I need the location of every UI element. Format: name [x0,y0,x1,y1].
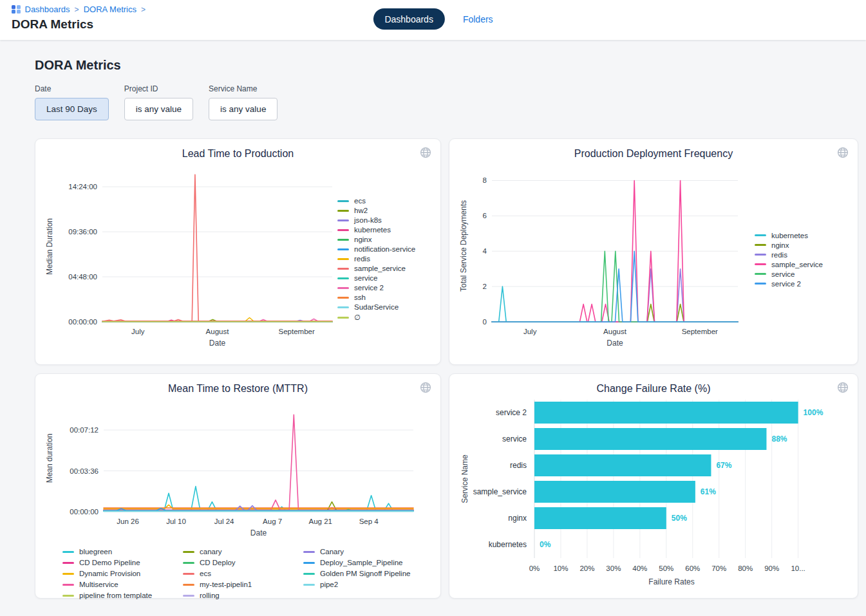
legend-item-service[interactable]: service [337,274,431,282]
legend-item-sample-service[interactable]: sample_service [755,261,849,268]
legend-label: service 2 [771,280,801,288]
globe-icon[interactable] [420,147,431,158]
legend-item-canary[interactable]: canary [183,548,303,555]
grid-square [12,10,15,14]
globe-icon[interactable] [837,147,849,158]
x-tick-label: Jul 10 [166,518,186,525]
grid-square [17,10,21,14]
deployment-frequency-svg: 02468JulyAugustSeptemberDateTotal Servic… [458,161,755,355]
legend-label: nginx [354,236,372,243]
globe-icon[interactable] [420,382,431,393]
legend-item-nginx[interactable]: nginx [755,241,849,249]
legend-item-dynamic-provision[interactable]: Dynamic Provision [62,570,183,577]
legend-item-ecs[interactable]: ecs [183,570,303,577]
tab-folders[interactable]: Folders [463,14,493,24]
legend-label: redis [354,255,370,263]
top-header: Dashboards > DORA Metrics > DORA Metrics… [0,0,866,40]
legend-item-my-test-pipelin1[interactable]: my-test-pipelin1 [183,581,303,588]
y-tick-label: 0 [483,318,487,326]
globe-icon[interactable] [837,382,849,393]
filter-service-name: Service Name is any value [209,84,278,120]
bar-redis[interactable] [534,454,711,476]
legend-item-nginx[interactable]: nginx [337,236,431,243]
legend-label: ecs [200,570,211,577]
dashboards-grid-icon [12,5,21,14]
legend-item-kubernetes[interactable]: kubernetes [755,232,849,239]
lead-time-legend: ecshw2json-k8skubernetesnginxnotificatio… [337,197,431,322]
deployment-frequency-chart: 02468JulyAugustSeptemberDateTotal Servic… [458,161,755,358]
legend-item-redis[interactable]: redis [337,255,431,263]
x-tick-label: 40% [632,565,647,572]
bar-sample-service[interactable] [534,481,695,503]
legend-item-redis[interactable]: redis [755,251,849,259]
globe-icon-svg [837,382,849,393]
legend-swatch [183,562,194,564]
chart-title: Mean Time to Restore (MTTR) [44,383,431,395]
tab-dashboards[interactable]: Dashboards [373,8,445,30]
legend-item-pipeline-from-template[interactable]: pipeline from template [62,592,183,599]
filter-date-label: Date [35,84,109,93]
bar-service[interactable] [534,428,766,450]
legend-label: rolling [200,592,220,599]
legend-item-empty-set[interactable]: ∅ [337,313,431,322]
legend-item-service-2[interactable]: service 2 [337,284,431,292]
legend-item-bluegreen[interactable]: bluegreen [62,548,183,555]
y-axis-title: Service Name [460,454,469,503]
series-line-kubernetes[interactable] [492,286,738,322]
legend-swatch [755,273,766,275]
legend-item-ecs[interactable]: ecs [337,197,431,205]
legend-item-notification-service[interactable]: notification-service [337,245,431,253]
legend-item-json-k8s[interactable]: json-k8s [337,216,431,224]
legend-item-multiservice[interactable]: Multiservice [62,581,183,588]
mttr-legend: bluegreenCD Demo PipelineDynamic Provisi… [62,548,431,599]
y-tick-label: 14:24:00 [68,183,97,191]
x-axis-title: Date [209,339,226,348]
series-line-redis[interactable] [492,269,738,322]
legend-item-service-2[interactable]: service 2 [755,280,849,288]
globe-icon-svg [420,147,431,158]
x-tick-label: Aug 7 [263,518,282,525]
y-tick-label: 00:07:12 [70,426,99,434]
legend-item-canary[interactable]: Canary [303,548,424,555]
series-line-bluegreen[interactable] [104,487,413,511]
legend-item-kubernetes[interactable]: kubernetes [337,226,431,234]
globe-icon-svg [837,147,849,158]
globe-icon-svg [420,382,431,393]
legend-item-cd-deploy[interactable]: CD Deploy [183,559,303,566]
legend-item-deploy-sample-pipeline[interactable]: Deploy_Sample_Pipeline [303,559,424,566]
legend-label: service [771,270,795,278]
series-line-multiservice[interactable] [104,415,413,510]
x-tick-label: 30% [606,565,621,572]
filter-date: Date Last 90 Days [35,84,109,120]
x-tick-label: 20% [579,565,594,572]
x-axis-title: Failure Rates [648,577,694,586]
legend-label: pipe2 [320,581,338,588]
x-tick-label: August [603,328,627,335]
filter-project-id-value[interactable]: is any value [124,98,193,120]
bar-service-2[interactable] [534,402,798,424]
legend-item-service[interactable]: service [755,270,849,278]
breadcrumb-dora-metrics[interactable]: DORA Metrics [84,5,136,14]
y-tick-label: 2 [483,283,487,290]
bar-nginx[interactable] [534,507,666,529]
legend-item-pipe2[interactable]: pipe2 [303,581,424,588]
legend-label: kubernetes [354,226,391,234]
legend-swatch [337,287,349,289]
legend-item-cd-demo-pipeline[interactable]: CD Demo Pipeline [62,559,183,566]
legend-item-sudarservice[interactable]: SudarService [337,303,431,311]
legend-swatch [62,551,74,553]
legend-item-rolling[interactable]: rolling [183,592,303,599]
legend-label: my-test-pipelin1 [200,581,252,588]
legend-column: canaryCD Deployecsmy-test-pipelin1rollin… [183,548,303,599]
legend-item-hw2[interactable]: hw2 [337,207,431,214]
filter-date-value[interactable]: Last 90 Days [35,98,109,120]
x-tick-label: 50% [659,565,673,572]
x-tick-label: 10... [791,565,805,572]
breadcrumb-dashboards[interactable]: Dashboards [25,5,70,14]
legend-item-golden-pm-signoff-pipeline[interactable]: Golden PM Signoff Pipeline [303,570,424,577]
legend-item-sample-service[interactable]: sample_service [337,265,431,272]
series-line-sample-service[interactable] [102,174,332,321]
filter-service-name-value[interactable]: is any value [209,98,278,120]
deployment-frequency-legend: kubernetesnginxredissample_serviceservic… [755,232,849,288]
legend-item-ssh[interactable]: ssh [337,294,431,301]
